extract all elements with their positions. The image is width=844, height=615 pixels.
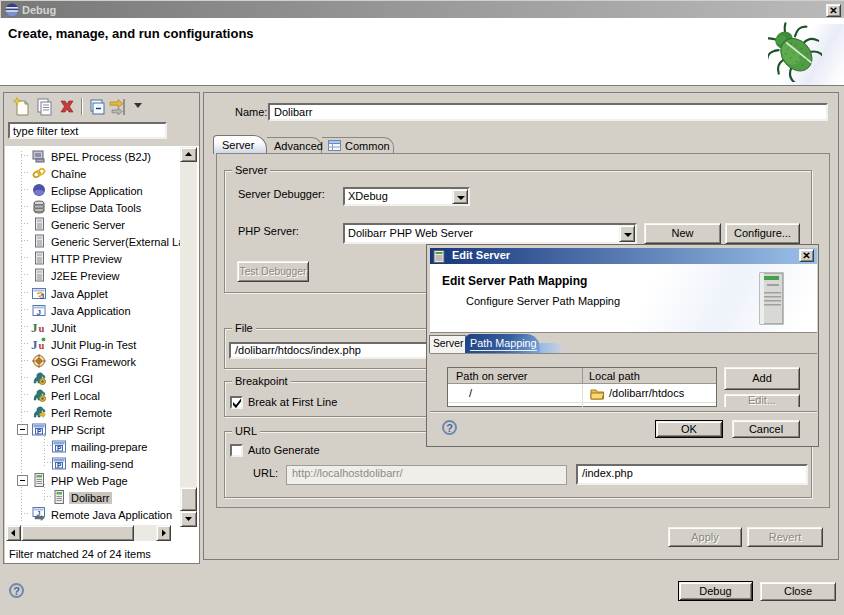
svg-text:J: J — [40, 292, 44, 301]
svg-text:u: u — [39, 340, 45, 351]
svg-text:P: P — [57, 445, 62, 452]
svg-text:u: u — [39, 323, 45, 334]
svg-text:P: P — [57, 462, 62, 469]
svg-text:J: J — [37, 308, 41, 317]
svg-text:J: J — [31, 337, 38, 352]
svg-text:J: J — [31, 320, 38, 335]
svg-text:P: P — [37, 428, 42, 435]
svg-text:J: J — [37, 510, 41, 517]
